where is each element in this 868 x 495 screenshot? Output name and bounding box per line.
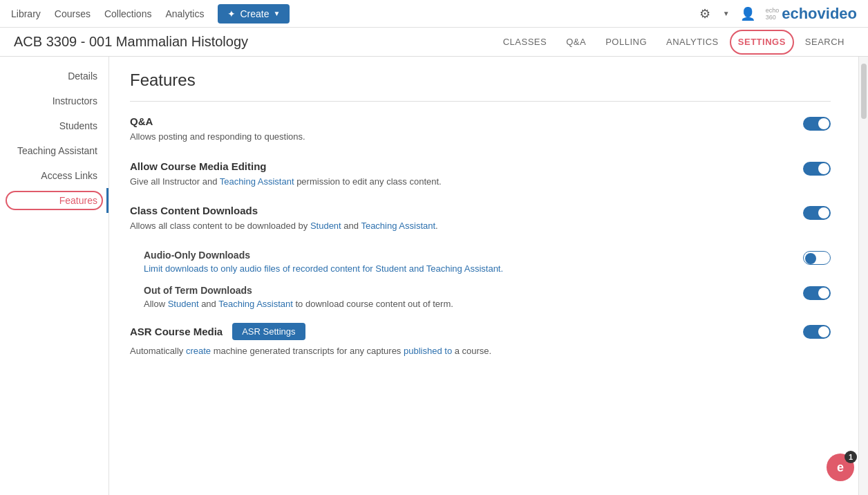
- ta-link3: Teaching Assistant: [218, 299, 293, 309]
- tab-polling[interactable]: POLLING: [596, 28, 657, 57]
- sub-feature-term-toggle[interactable]: [803, 286, 831, 300]
- echo360-text: echo360: [766, 7, 780, 21]
- sidebar: Details Instructors Students Teaching As…: [0, 57, 109, 495]
- asr-row: ASR Course Media ASR Settings: [130, 323, 831, 340]
- sidebar-item-access-links[interactable]: Access Links: [0, 163, 108, 188]
- chat-bubble[interactable]: e 1: [827, 454, 854, 481]
- top-nav: Library Courses Collections Analytics ✦ …: [0, 0, 868, 28]
- asr-left: ASR Course Media ASR Settings: [130, 323, 305, 340]
- sidebar-active-indicator: [106, 188, 108, 213]
- feature-media-editing: Allow Course Media Editing Give all Inst…: [130, 160, 831, 189]
- asr-label: ASR Course Media: [130, 326, 223, 337]
- create-label: Create: [240, 8, 269, 19]
- nav-courses[interactable]: Courses: [55, 8, 91, 19]
- feature-downloads-toggle[interactable]: [803, 206, 831, 220]
- echovideo-text: echovideo: [782, 5, 857, 23]
- wand-icon: ✦: [227, 8, 236, 19]
- feature-qna-content: Q&A Allows posting and responding to que…: [130, 115, 775, 144]
- scrollbar[interactable]: [858, 57, 868, 495]
- sidebar-item-features[interactable]: Features: [0, 188, 108, 213]
- sidebar-features-label: Features: [59, 195, 97, 206]
- nav-links: Library Courses Collections Analytics ✦ …: [11, 4, 695, 24]
- nav-right: ⚙ ▼ 👤 echo360 echovideo: [695, 4, 857, 24]
- chat-icon: e: [837, 460, 844, 475]
- create-link: create: [186, 346, 211, 356]
- feature-media-editing-description: Give all Instructor and Teaching Assista…: [130, 175, 775, 189]
- feature-downloads-title: Class Content Downloads: [130, 205, 775, 216]
- course-header: ACB 3309 - 001 Mammalian Histology CLASS…: [0, 28, 868, 57]
- page-title: Features: [130, 71, 831, 90]
- course-title: ACB 3309 - 001 Mammalian Histology: [14, 34, 248, 50]
- feature-qna-description: Allows posting and responding to questio…: [130, 130, 775, 144]
- teaching-assistant-link2: Teaching Assistant: [361, 221, 435, 231]
- feature-qna: Q&A Allows posting and responding to que…: [130, 115, 831, 144]
- feature-media-editing-toggle[interactable]: [803, 162, 831, 176]
- nav-collections[interactable]: Collections: [104, 8, 151, 19]
- tab-classes[interactable]: CLASSES: [493, 28, 556, 57]
- sub-feature-term-title: Out of Term Downloads: [144, 285, 775, 296]
- feature-qna-title: Q&A: [130, 115, 775, 127]
- feature-qna-toggle[interactable]: [803, 117, 831, 131]
- section-divider: [130, 101, 831, 102]
- sidebar-item-details[interactable]: Details: [0, 64, 108, 88]
- asr-settings-button[interactable]: ASR Settings: [232, 323, 305, 340]
- sidebar-item-instructors[interactable]: Instructors: [0, 88, 108, 113]
- create-button[interactable]: ✦ Create ▼: [218, 4, 290, 24]
- tab-analytics[interactable]: ANALYTICS: [657, 28, 728, 57]
- main-layout: Details Instructors Students Teaching As…: [0, 57, 868, 495]
- sub-feature-audio-title: Audio-Only Downloads: [144, 250, 775, 261]
- echo-logo: echo360 echovideo: [766, 5, 857, 23]
- feature-downloads: Class Content Downloads Allows all class…: [130, 205, 831, 233]
- user-icon[interactable]: 👤: [738, 4, 757, 24]
- feature-downloads-content: Class Content Downloads Allows all class…: [130, 205, 775, 233]
- sub-feature-term-description: Allow Student and Teaching Assistant to …: [144, 299, 775, 309]
- nav-library[interactable]: Library: [11, 8, 41, 19]
- gear-icon[interactable]: ⚙: [695, 4, 715, 24]
- asr-description: Automatically create machine generated t…: [130, 346, 831, 356]
- sub-feature-term-content: Out of Term Downloads Allow Student and …: [144, 285, 775, 309]
- feature-downloads-description: Allows all class content to be downloade…: [130, 219, 775, 233]
- sidebar-item-students[interactable]: Students: [0, 113, 108, 138]
- feature-media-editing-content: Allow Course Media Editing Give all Inst…: [130, 160, 775, 189]
- limit-text: Limit downloads to only audio files of r…: [144, 263, 503, 274]
- tab-qna[interactable]: Q&A: [556, 28, 596, 57]
- tab-search[interactable]: SEARCH: [795, 28, 854, 57]
- feature-media-editing-title: Allow Course Media Editing: [130, 160, 775, 172]
- content-area: Features Q&A Allows posting and respondi…: [109, 57, 858, 495]
- course-tabs: CLASSES Q&A POLLING ANALYTICS SETTINGS S…: [493, 28, 854, 57]
- tab-settings[interactable]: SETTINGS: [728, 28, 795, 57]
- teaching-assistant-link: Teaching Assistant: [220, 176, 294, 187]
- sub-features-section: Audio-Only Downloads Limit downloads to …: [144, 250, 831, 309]
- sub-feature-audio-content: Audio-Only Downloads Limit downloads to …: [144, 250, 775, 274]
- sub-feature-audio-downloads: Audio-Only Downloads Limit downloads to …: [144, 250, 831, 274]
- asr-toggle[interactable]: [803, 325, 831, 339]
- nav-analytics[interactable]: Analytics: [165, 8, 204, 19]
- sub-feature-audio-description: Limit downloads to only audio files of r…: [144, 263, 775, 274]
- gear-dropdown-icon: ▼: [723, 10, 730, 17]
- student-link1: Student: [310, 221, 341, 231]
- chat-badge: 1: [845, 451, 857, 463]
- sub-feature-out-of-term: Out of Term Downloads Allow Student and …: [144, 285, 831, 309]
- student-link2: Student: [168, 299, 199, 309]
- published-link: published to: [404, 346, 452, 356]
- dropdown-arrow-icon: ▼: [273, 10, 280, 17]
- sub-feature-audio-toggle[interactable]: [803, 251, 831, 265]
- sidebar-item-teaching-assistant[interactable]: Teaching Assistant: [0, 138, 108, 163]
- scrollbar-thumb[interactable]: [861, 64, 867, 119]
